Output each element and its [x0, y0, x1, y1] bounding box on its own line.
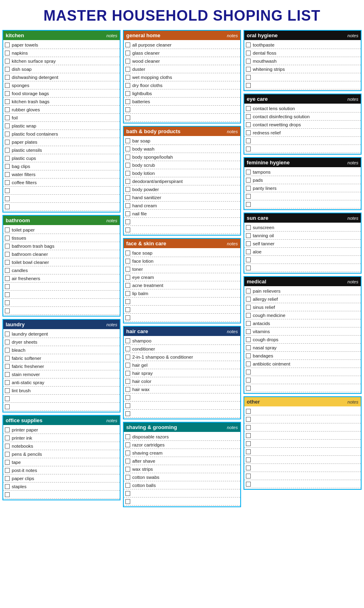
checkbox[interactable] [5, 188, 10, 193]
list-item[interactable]: dryer sheets [3, 338, 120, 346]
checkbox[interactable] [5, 99, 10, 104]
list-item[interactable]: shaving cream [124, 449, 240, 457]
list-item[interactable]: panty liners [244, 184, 361, 192]
checkbox[interactable] [246, 353, 251, 358]
checkbox[interactable] [125, 203, 130, 208]
checkbox[interactable] [5, 107, 10, 112]
list-item[interactable]: plastic utensils [3, 146, 120, 154]
list-item[interactable]: body wash [124, 145, 240, 153]
checkbox[interactable] [125, 91, 130, 96]
list-item[interactable]: vitamins [244, 327, 361, 336]
list-item[interactable]: dish soap [3, 65, 120, 73]
list-item[interactable]: sponges [3, 81, 120, 89]
list-item[interactable]: body powder [124, 185, 240, 193]
list-item[interactable]: bandages [244, 352, 361, 360]
list-item[interactable]: tampons [244, 168, 361, 176]
list-item[interactable]: contact rewetting drops [244, 121, 361, 129]
checkbox[interactable] [246, 51, 251, 55]
checkbox[interactable] [246, 67, 251, 72]
list-item[interactable]: lightbulbs [124, 89, 240, 98]
checkbox[interactable] [125, 171, 130, 176]
checkbox[interactable] [125, 251, 130, 255]
list-item[interactable]: printer ink [3, 434, 120, 442]
list-item[interactable]: antacids [244, 319, 361, 327]
checkbox[interactable] [5, 332, 10, 336]
checkbox[interactable] [5, 300, 10, 305]
checkbox[interactable] [125, 227, 130, 232]
list-item[interactable]: hair gel [124, 361, 240, 369]
checkbox[interactable] [5, 75, 10, 80]
checkbox[interactable] [246, 482, 251, 487]
checkbox[interactable] [125, 155, 130, 159]
list-item[interactable]: paper towels [3, 41, 120, 49]
list-item[interactable]: body lotion [124, 169, 240, 177]
list-item[interactable]: bar soap [124, 137, 240, 145]
checkbox[interactable] [125, 291, 130, 296]
list-item[interactable]: pads [244, 176, 361, 184]
checkbox[interactable] [125, 499, 130, 504]
list-item[interactable]: hair spray [124, 369, 240, 377]
list-item[interactable]: face lotion [124, 257, 240, 265]
list-item[interactable]: self tanner [244, 240, 361, 248]
checkbox[interactable] [5, 148, 10, 153]
list-item[interactable]: dishwashing detergent [3, 73, 120, 81]
list-item[interactable]: all purpose cleaner [124, 41, 240, 49]
list-item[interactable]: toner [124, 265, 240, 273]
checkbox[interactable] [246, 114, 251, 119]
checkbox[interactable] [5, 396, 10, 401]
checkbox[interactable] [5, 492, 10, 497]
checkbox[interactable] [5, 43, 10, 47]
list-item[interactable]: post-it notes [3, 466, 120, 474]
checkbox[interactable] [5, 340, 10, 344]
list-item[interactable]: body scrub [124, 161, 240, 169]
checkbox[interactable] [5, 123, 10, 128]
list-item[interactable]: bleach [3, 346, 120, 354]
checkbox[interactable] [246, 130, 251, 135]
checkbox[interactable] [246, 59, 251, 64]
checkbox[interactable] [5, 444, 10, 449]
checkbox[interactable] [246, 337, 251, 342]
checkbox[interactable] [246, 370, 251, 374]
checkbox[interactable] [125, 211, 130, 216]
list-item[interactable]: deodorant/antiperspirant [124, 177, 240, 185]
checkbox[interactable] [125, 187, 130, 192]
list-item[interactable]: duster [124, 65, 240, 73]
checkbox[interactable] [5, 91, 10, 96]
list-item[interactable]: conditioner [124, 345, 240, 353]
checkbox[interactable] [246, 433, 251, 438]
list-item[interactable]: redness relief [244, 129, 361, 137]
list-item[interactable]: toilet paper [3, 226, 120, 234]
checkbox[interactable] [246, 178, 251, 183]
list-item[interactable]: staples [3, 483, 120, 491]
list-item[interactable]: water filters [3, 170, 120, 179]
list-item[interactable]: body sponge/loofah [124, 153, 240, 161]
checkbox[interactable] [5, 372, 10, 377]
checkbox[interactable] [125, 299, 130, 304]
checkbox[interactable] [125, 59, 130, 64]
checkbox[interactable] [125, 403, 130, 408]
checkbox[interactable] [5, 67, 10, 72]
checkbox[interactable] [125, 442, 130, 447]
checkbox[interactable] [246, 321, 251, 326]
list-item[interactable]: acne treatment [124, 281, 240, 289]
checkbox[interactable] [246, 361, 251, 366]
list-item[interactable]: toilet bowl cleaner [3, 258, 120, 266]
checkbox[interactable] [125, 451, 130, 455]
checkbox[interactable] [125, 434, 130, 439]
checkbox[interactable] [246, 425, 251, 430]
checkbox[interactable] [5, 51, 10, 55]
list-item[interactable]: printer paper [3, 426, 120, 434]
checkbox[interactable] [246, 466, 251, 470]
list-item[interactable]: bag clips [3, 162, 120, 170]
checkbox[interactable] [5, 156, 10, 161]
list-item[interactable]: 2-in-1 shampoo & conditioner [124, 353, 240, 361]
list-item[interactable]: cotton balls [124, 481, 240, 489]
list-item[interactable]: disposable razors [124, 433, 240, 441]
list-item[interactable]: notebooks [3, 442, 120, 450]
list-item[interactable]: allergy relief [244, 295, 361, 303]
list-item[interactable]: bathroom cleaner [3, 250, 120, 258]
list-item[interactable]: nail file [124, 210, 240, 218]
checkbox[interactable] [246, 43, 251, 47]
list-item[interactable]: hand cream [124, 202, 240, 210]
list-item[interactable]: dental floss [244, 49, 361, 57]
